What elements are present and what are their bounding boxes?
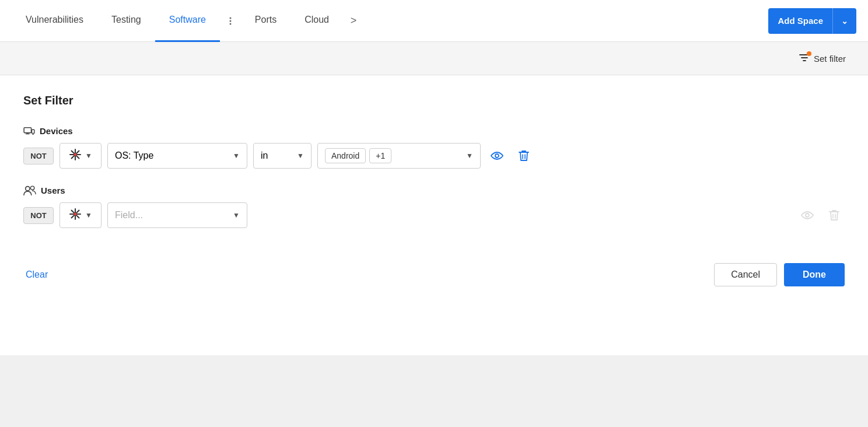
svg-point-14: [495, 154, 499, 158]
plus-one-badge: +1: [369, 148, 391, 163]
clear-button[interactable]: Clear: [23, 265, 50, 285]
add-space-button[interactable]: Add Space ⌄: [768, 8, 856, 34]
svg-rect-3: [24, 127, 31, 132]
panel-footer: Clear Cancel Done: [23, 251, 845, 286]
tab-testing[interactable]: Testing: [97, 0, 155, 42]
devices-filter-row: NOT ▼: [23, 143, 845, 169]
filter-panel: Set Filter Devices NOT: [0, 75, 868, 355]
svg-point-18: [30, 186, 34, 190]
trash-icon: [519, 150, 529, 162]
set-filter-button[interactable]: Set filter: [793, 49, 852, 68]
svg-line-24: [72, 210, 74, 212]
svg-point-17: [26, 187, 30, 191]
top-nav: Vulnerabilities Testing Software Ports C…: [0, 0, 868, 42]
condition-chevron-icon: ▼: [297, 152, 304, 160]
operator-asterisk-icon: [69, 148, 82, 164]
users-field-select[interactable]: Field... ▼: [107, 202, 247, 228]
svg-line-26: [76, 210, 79, 212]
users-trash-icon: [829, 209, 839, 221]
add-space-dropdown-icon: ⌄: [833, 16, 856, 26]
svg-point-28: [806, 214, 809, 217]
tab-vulnerabilities[interactable]: Vulnerabilities: [12, 0, 97, 42]
svg-line-11: [76, 156, 79, 158]
users-section-header: Users: [23, 185, 845, 195]
devices-trash-button[interactable]: [513, 145, 534, 166]
users-eye-icon: [801, 211, 814, 220]
users-filter-row: NOT ▼: [23, 202, 845, 228]
android-value-tag: Android: [325, 148, 366, 163]
filter-active-dot: [807, 51, 811, 56]
tab-software[interactable]: Software: [155, 0, 220, 42]
users-operator-chevron-icon: ▼: [85, 211, 92, 219]
more-options-button[interactable]: [220, 10, 241, 32]
devices-section: Devices NOT: [23, 126, 845, 169]
svg-point-0: [229, 17, 231, 19]
devices-not-badge[interactable]: NOT: [23, 148, 54, 164]
users-section: Users NOT: [23, 185, 845, 228]
eye-icon: [491, 151, 503, 160]
devices-condition-select[interactable]: in ▼: [253, 143, 312, 169]
more-dots-icon: [225, 16, 236, 26]
devices-section-header: Devices: [23, 126, 845, 136]
svg-line-10: [72, 150, 74, 153]
svg-line-13: [72, 156, 74, 158]
users-eye-button: [797, 205, 818, 226]
svg-point-1: [229, 20, 231, 22]
users-not-badge[interactable]: NOT: [23, 207, 54, 224]
svg-line-25: [76, 215, 79, 218]
svg-line-12: [76, 150, 79, 153]
nav-expand-button[interactable]: >: [343, 10, 364, 32]
svg-point-2: [229, 23, 231, 24]
users-operator-icon: [69, 208, 82, 223]
users-operator-select[interactable]: ▼: [60, 202, 102, 228]
value-chevron-icon: ▼: [466, 152, 473, 160]
panel-title: Set Filter: [23, 94, 845, 107]
footer-right-actions: Cancel Done: [714, 263, 845, 286]
devices-icon: [23, 127, 35, 136]
devices-field-select[interactable]: OS: Type ▼: [107, 143, 247, 169]
devices-value-select[interactable]: Android +1 ▼: [317, 143, 481, 169]
cancel-button[interactable]: Cancel: [714, 263, 777, 286]
value-content: Android +1: [325, 148, 461, 163]
tab-ports[interactable]: Ports: [241, 0, 290, 42]
users-trash-button: [824, 205, 845, 226]
done-button[interactable]: Done: [784, 263, 845, 286]
users-field-chevron-icon: ▼: [233, 211, 240, 219]
tab-cloud[interactable]: Cloud: [290, 0, 343, 42]
operator-chevron-icon: ▼: [85, 152, 92, 160]
svg-line-27: [72, 215, 74, 218]
svg-rect-4: [32, 130, 34, 133]
devices-operator-select[interactable]: ▼: [60, 143, 102, 169]
devices-eye-button[interactable]: [487, 145, 508, 166]
filter-bar: Set filter: [0, 42, 868, 75]
field-chevron-icon: ▼: [233, 152, 240, 160]
filter-icon-wrap: [799, 52, 810, 64]
users-icon: [23, 185, 36, 195]
